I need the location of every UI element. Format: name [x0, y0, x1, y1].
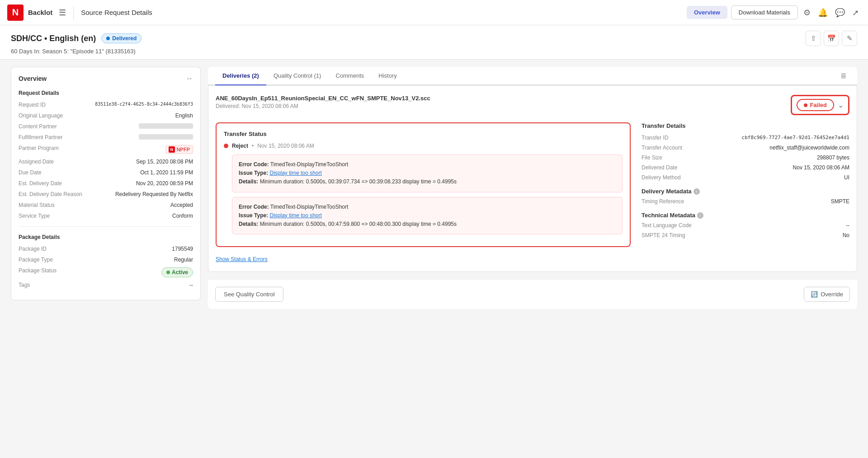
text-lang-code-label: Text Language Code: [642, 222, 692, 229]
row-text-lang-code: Text Language Code --: [642, 222, 849, 229]
tab-comments[interactable]: Comments: [328, 67, 371, 85]
row-smpte-24: SMPTE 24 Timing No: [642, 232, 849, 238]
field-due-date: Due Date Oct 1, 2020 11:59 PM: [19, 169, 193, 176]
content-subtitle: 60 Days In: Season 5: "Episode 11" (8133…: [11, 48, 857, 55]
field-package-type: Package Type Regular: [19, 257, 193, 263]
notifications-icon[interactable]: 🔔: [816, 6, 830, 19]
tab-deliveries[interactable]: Deliveries (2): [215, 67, 266, 85]
settings-icon[interactable]: ⚙: [802, 6, 812, 19]
transfer-status-box: Transfer Status Reject • Nov 15, 2020 08…: [216, 122, 631, 247]
row-transfer-id: Transfer ID cbf8c969-7727-4ae7-92d1-7645…: [642, 135, 849, 141]
failed-status-highlight: Failed ⌄: [791, 95, 849, 115]
collapse-sidebar-icon[interactable]: ↔: [186, 75, 193, 83]
field-material-status: Material Status Accepted: [19, 202, 193, 208]
page-title: Source Request Details: [81, 9, 152, 16]
delivery-card: ANE_60DaysIn_Ep511_ReunionSpecial_EN_CC_…: [208, 85, 857, 272]
transfer-details-title: Transfer Details: [642, 122, 849, 129]
overview-button[interactable]: Overview: [687, 6, 727, 19]
main-layout: Overview ↔ Request Details Request ID 83…: [0, 60, 868, 316]
error-code-label-2: Error Code:: [239, 204, 269, 210]
sub-header-actions: ⇧ 📅 ✎: [806, 31, 857, 46]
filter-icon[interactable]: ≣: [837, 68, 850, 84]
field-request-id: Request ID 83511e38-c2f4-4625-8c34-2444c…: [19, 102, 193, 108]
sidebar: Overview ↔ Request Details Request ID 83…: [11, 67, 201, 300]
technical-metadata-title: Technical Metadata: [642, 212, 695, 219]
badge-dot: [106, 37, 110, 40]
file-size-value: 298807 bytes: [817, 154, 849, 161]
reject-row: Reject • Nov 15, 2020 08:06 AM: [224, 143, 623, 149]
field-fulfillment-partner: Fulfillment Partner hidden partner: [19, 134, 193, 140]
tabs-filter: ≣: [837, 67, 850, 84]
failed-status-badge: Failed: [797, 99, 834, 111]
transfer-id-label: Transfer ID: [642, 135, 669, 141]
active-badge: Active: [161, 267, 193, 277]
transfer-id-value: cbf8c969-7727-4ae7-92d1-76452ee7a4d1: [742, 135, 849, 141]
sub-header-title-row: SDH/CC • English (en) Delivered: [11, 33, 142, 43]
timing-reference-value: SMPTE: [831, 198, 849, 205]
text-lang-code-value: --: [846, 222, 849, 229]
header-actions: Overview Download Materials ⚙ 🔔 💬 ➚: [687, 5, 861, 19]
reject-dot: [224, 144, 228, 148]
technical-metadata-info-icon[interactable]: i: [697, 212, 703, 219]
calendar-icon[interactable]: 📅: [824, 31, 839, 46]
error-block-1: Error Code: TimedText-DisplayTimeTooShor…: [232, 154, 623, 192]
header-divider: [73, 6, 74, 19]
field-original-language: Original Language English: [19, 112, 193, 119]
sidebar-divider: [19, 226, 193, 227]
override-icon: 🔃: [811, 291, 818, 298]
tab-history[interactable]: History: [371, 67, 404, 85]
row-file-size: File Size 298807 bytes: [642, 154, 849, 161]
field-est-delivery-reason: Est. Delivery Date Reason Redelivery Req…: [19, 191, 193, 197]
file-size-label: File Size: [642, 154, 662, 161]
reject-time: Nov 15, 2020 08:06 AM: [257, 143, 314, 149]
field-tags: Tags --: [19, 282, 193, 288]
header: N Backlot ☰ Source Request Details Overv…: [0, 0, 868, 25]
error-code-label-1: Error Code:: [239, 161, 269, 168]
field-est-delivery-date: Est. Delivery Date Nov 20, 2020 08:59 PM: [19, 180, 193, 187]
request-details-title: Request Details: [19, 90, 193, 96]
row-delivery-method: Delivery Method UI: [642, 174, 849, 181]
issue-type-link-1[interactable]: Display time too short: [269, 170, 321, 176]
delivery-date: Delivered: Nov 15, 2020 08:06 AM: [216, 103, 430, 109]
delivery-status-area: Failed ⌄: [791, 95, 849, 115]
row-timing-reference: Timing Reference SMPTE: [642, 198, 849, 205]
show-errors-link[interactable]: Show Status & Errors: [216, 256, 268, 262]
tabs-bar: Deliveries (2) Quality Control (1) Comme…: [208, 67, 857, 85]
delivery-metadata-title: Delivery Metadata: [642, 188, 692, 195]
see-quality-control-button[interactable]: See Quality Control: [215, 287, 283, 302]
expand-delivery-icon[interactable]: ⌄: [838, 101, 844, 109]
row-delivered-date: Delivered Date Nov 15, 2020 08:06 AM: [642, 164, 849, 171]
package-details-title: Package Details: [19, 234, 193, 240]
download-materials-button[interactable]: Download Materials: [731, 5, 798, 19]
details-value-1: Minimum duration: 0.5000s, 00:39:07.734 …: [260, 178, 457, 185]
hamburger-icon[interactable]: ☰: [59, 8, 66, 18]
tab-quality-control[interactable]: Quality Control (1): [266, 67, 328, 85]
technical-metadata-section: Technical Metadata i: [642, 212, 849, 219]
details-label-1: Details:: [239, 178, 258, 185]
external-link-icon[interactable]: ➚: [850, 6, 861, 19]
error-block-2: Error Code: TimedText-DisplayTimeTooShor…: [232, 197, 623, 235]
sub-header: SDH/CC • English (en) Delivered ⇧ 📅 ✎ 60…: [0, 25, 868, 60]
transfer-account-value: netflix_staff@juiceworldwide.com: [769, 145, 849, 151]
override-button[interactable]: 🔃 Override: [804, 287, 850, 302]
upload-icon[interactable]: ⇧: [806, 31, 821, 46]
field-assigned-date: Assigned Date Sep 15, 2020 08:08 PM: [19, 159, 193, 165]
app-name: Backlot: [28, 9, 52, 16]
timing-reference-label: Timing Reference: [642, 198, 684, 205]
delivery-filename: ANE_60DaysIn_Ep511_ReunionSpecial_EN_CC_…: [216, 95, 430, 102]
messages-icon[interactable]: 💬: [833, 6, 847, 19]
reject-label: Reject: [232, 143, 248, 149]
delivery-method-label: Delivery Method: [642, 174, 681, 181]
delivery-metadata-info-icon[interactable]: i: [693, 188, 700, 195]
issue-type-link-2[interactable]: Display time too short: [269, 212, 321, 219]
transfer-layout: Transfer Status Reject • Nov 15, 2020 08…: [216, 122, 849, 262]
badge-label: Delivered: [112, 35, 137, 42]
netflix-logo: N: [7, 5, 24, 21]
delivered-badge: Delivered: [101, 33, 142, 43]
content-title: SDH/CC • English (en): [11, 34, 96, 43]
sidebar-title: Overview: [19, 75, 47, 82]
delivery-method-value: UI: [844, 174, 849, 181]
transfer-status-section: Transfer Status Reject • Nov 15, 2020 08…: [216, 122, 631, 262]
edit-icon[interactable]: ✎: [842, 31, 857, 46]
smpte-24-value: No: [843, 232, 849, 238]
